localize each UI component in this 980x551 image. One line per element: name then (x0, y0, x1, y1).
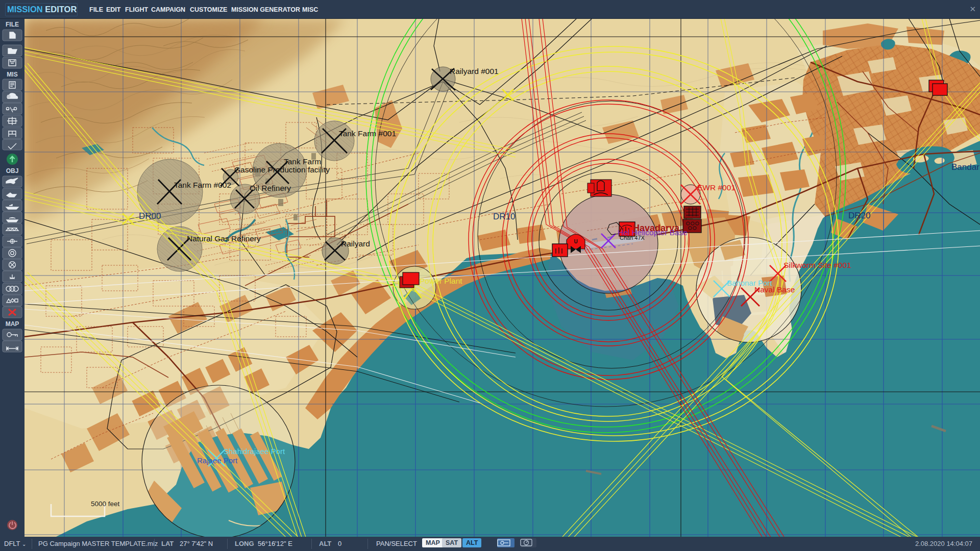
svg-text:5000 feet: 5000 feet (91, 500, 120, 508)
svg-text:Hel Helicopter Base: Hel Helicopter Base (618, 228, 688, 237)
svg-text:Tank Farm: Tank Farm (284, 157, 321, 166)
svg-text:Silkworm Site #001: Silkworm Site #001 (783, 261, 851, 269)
svg-text:Natural Gas Refinery: Natural Gas Refinery (187, 234, 261, 243)
svg-text:DR00: DR00 (139, 211, 161, 221)
svg-text:Bahonar Port: Bahonar Port (727, 279, 772, 287)
svg-text:Tank Farm #002: Tank Farm #002 (174, 181, 231, 189)
svg-text:Gasoline Production facility: Gasoline Production facility (234, 165, 330, 174)
svg-text:Rajaee Port: Rajaee Port (197, 456, 238, 465)
svg-text:Power Plant: Power Plant (420, 277, 462, 285)
svg-text:Railyard: Railyard (341, 239, 370, 248)
svg-text:MAP: MAP (6, 320, 19, 328)
svg-text:FILE: FILE (6, 21, 19, 28)
svg-text:Bandar: Bandar (951, 162, 979, 172)
svg-text:DR20: DR20 (848, 211, 870, 220)
svg-text:DR10: DR10 (493, 212, 515, 221)
svg-text:Shahidrajaee Port: Shahidrajaee Port (224, 447, 285, 456)
svg-text:U: U (574, 239, 577, 244)
svg-text:Oil Refinery: Oil Refinery (250, 184, 291, 192)
svg-text:Railyard #001: Railyard #001 (450, 67, 499, 76)
svg-text:Tank Farm #001: Tank Farm #001 (339, 129, 396, 138)
svg-text:OBJ: OBJ (6, 167, 19, 174)
svg-text:MIS: MIS (7, 71, 17, 78)
svg-text:EWR #001: EWR #001 (697, 183, 736, 192)
